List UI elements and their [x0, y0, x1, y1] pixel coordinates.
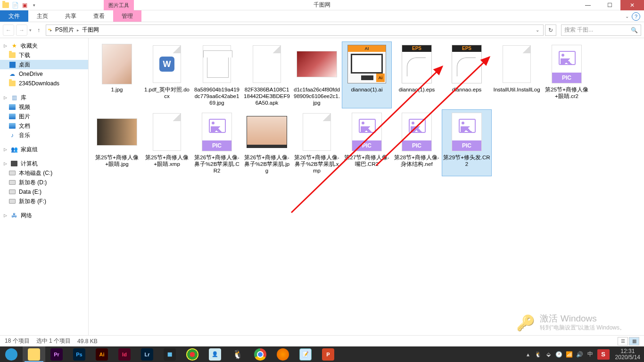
sidebar-item-disk-f[interactable]: 新加卷 (F:) — [0, 197, 88, 206]
ribbon-expand-icon[interactable]: ⌄ — [625, 14, 629, 19]
file-item[interactable]: EPSdiannao(1).eps — [392, 42, 441, 108]
taskbar-app-explorer[interactable] — [23, 346, 45, 362]
taskbar-app-lightroom[interactable]: Lr — [136, 346, 158, 362]
close-button[interactable]: ✕ — [620, 0, 644, 10]
taskbar-app-powerpoint[interactable]: P — [317, 346, 339, 362]
file-item[interactable]: 第26节+商修人像-鼻子%2B苹果肌.jpg — [242, 110, 291, 176]
tab-share[interactable]: 共享 — [57, 10, 85, 22]
file-item[interactable]: PIC第25节+商修人像+眼睛.cr2 — [542, 42, 591, 108]
tray-network-icon[interactable]: 📶 — [564, 351, 575, 358]
file-grid[interactable]: 1.jpgW1.pdf_英中对照.docx8a589604b19a419dc77… — [89, 38, 644, 335]
qat-dropdown-icon[interactable]: ▾ — [30, 1, 38, 9]
file-item[interactable]: 第25节+商修人像+眼睛.jpg — [92, 110, 141, 176]
sidebar-item-disk-e[interactable]: Data (E:) — [0, 187, 88, 197]
file-item[interactable]: 8a589604b19a419dc779aa6c42abe169.jpg — [192, 42, 241, 108]
maximize-button[interactable]: ☐ — [599, 0, 620, 10]
taskbar-app-indesign[interactable]: Id — [113, 346, 136, 362]
file-item[interactable]: AIAidiannao(1).ai — [342, 42, 391, 108]
tray-volume-icon[interactable]: 🔊 — [575, 351, 585, 358]
sidebar-item-documents[interactable]: 文档 — [0, 121, 88, 131]
tray-shield-icon[interactable]: ⬙ — [544, 351, 554, 358]
sidebar-homegroup[interactable]: ▷👥家庭组 — [0, 145, 88, 154]
sidebar-item-disk-d[interactable]: 新加卷 (D:) — [0, 178, 88, 187]
file-tab[interactable]: 文件 — [0, 10, 28, 22]
search-input[interactable]: 搜索 千图... 🔍 — [561, 25, 641, 36]
taskbar-app-premiere[interactable]: Pr — [45, 346, 68, 362]
file-item[interactable]: PIC第26节+商修人像-鼻子%2B苹果肌.CR2 — [192, 110, 241, 176]
taskbar-app-editor[interactable]: ▦ — [158, 346, 181, 362]
sidebar-item-pictures[interactable]: 图片 — [0, 112, 88, 121]
file-item[interactable]: W1.pdf_英中对照.docx — [142, 42, 191, 108]
file-thumbnail: W — [147, 44, 187, 84]
sidebar-item-desktop[interactable]: 桌面 — [0, 60, 88, 69]
taskbar-app-qq[interactable]: 🐧 — [226, 346, 249, 362]
taskbar-app-firefox[interactable] — [272, 346, 294, 362]
sidebar-item-onedrive[interactable]: ☁OneDrive — [0, 69, 88, 79]
tab-view[interactable]: 查看 — [85, 10, 113, 22]
history-dropdown-icon[interactable]: ▾ — [29, 28, 32, 33]
sidebar-item-videos[interactable]: 视频 — [0, 102, 88, 112]
file-name: 1.pdf_英中对照.docx — [143, 86, 190, 99]
new-file-icon[interactable]: 📄 — [11, 1, 19, 9]
details-view-button[interactable]: ☰ — [618, 337, 628, 346]
file-thumbnail — [297, 44, 337, 84]
tray-qq-icon[interactable]: 🐧 — [533, 351, 544, 358]
file-item[interactable]: 第25节+商修人像+眼睛.xmp — [142, 110, 191, 176]
status-bar: 18 个项目 选中 1 个项目 49.8 KB ☰ ▦ — [0, 335, 644, 346]
back-button[interactable]: ← — [3, 25, 14, 36]
file-item[interactable]: EPSdiannao.eps — [442, 42, 491, 108]
file-item[interactable]: PIC第27节+商修人像-嘴巴.CR2 — [342, 110, 391, 176]
breadcrumb-item[interactable]: PS照片 — [54, 26, 75, 34]
tab-home[interactable]: 主页 — [28, 10, 57, 22]
tray-clock-icon[interactable]: 🕐 — [554, 351, 564, 358]
sidebar-favorites[interactable]: ▷★收藏夹 — [0, 41, 88, 50]
address-dropdown-icon[interactable]: ⌄ — [534, 27, 541, 33]
sidebar-item-downloads[interactable]: 下载 — [0, 50, 88, 60]
search-placeholder: 搜索 千图... — [564, 26, 593, 34]
breadcrumb-item[interactable]: 千图网 — [81, 26, 100, 34]
refresh-button[interactable]: ↻ — [545, 25, 556, 36]
tab-manage[interactable]: 管理 — [113, 10, 141, 22]
icons-view-button[interactable]: ▦ — [629, 337, 639, 346]
file-item[interactable]: 82F3386BA108C118442D4E3BDEF96A50.apk — [242, 42, 291, 108]
file-thumbnail: EPS — [396, 44, 437, 84]
sidebar-item-disk-c[interactable]: 本地磁盘 (C:) — [0, 168, 88, 178]
sidebar-network[interactable]: ▷🖧网络 — [0, 211, 88, 220]
folder-icon[interactable] — [2, 1, 9, 9]
taskbar-app-notepad[interactable]: 📝 — [294, 346, 317, 362]
properties-icon[interactable]: ▣ — [21, 1, 28, 9]
forward-button[interactable]: → — [16, 25, 27, 36]
file-name: 第25节+商修人像+眼睛.jpg — [93, 154, 140, 167]
taskbar-app-photoshop[interactable]: Ps — [68, 346, 91, 362]
minimize-button[interactable]: — — [577, 0, 599, 10]
file-name: 第28节+商修人像-身体结构.nef — [393, 154, 440, 167]
file-thumbnail — [97, 44, 137, 84]
help-button[interactable]: ? — [632, 12, 640, 21]
taskbar-app-ball[interactable] — [181, 346, 204, 362]
taskbar-app-illustrator[interactable]: Ai — [91, 346, 113, 362]
file-item[interactable]: d1c1faa26c4f80fdd98909c6106ee2c1.jpg — [292, 42, 341, 108]
address-bar[interactable]: ▸ PS照片 ▸ 千图网 ⌄ — [46, 25, 544, 36]
file-item[interactable]: 1.jpg — [92, 42, 141, 108]
file-item[interactable]: InstallUtil.InstallLog — [492, 42, 541, 108]
up-button[interactable]: ↑ — [33, 25, 44, 35]
tray-sogou-icon[interactable]: S — [597, 349, 610, 360]
file-name: 第26节+商修人像-鼻子%2B苹果肌.xmp — [293, 154, 340, 174]
taskbar-app-chat[interactable]: 👤 — [204, 346, 226, 362]
file-item[interactable]: PIC第28节+商修人像-身体结构.nef — [392, 110, 441, 176]
file-name: 第29节+修头发.CR2 — [443, 154, 490, 167]
file-name: 第26节+商修人像-鼻子%2B苹果肌.jpg — [243, 154, 290, 174]
tray-clock[interactable]: 12:312020/5/14 — [611, 348, 644, 361]
file-item[interactable]: 第26节+商修人像-鼻子%2B苹果肌.xmp — [292, 110, 341, 176]
sidebar-computer[interactable]: ▷计算机 — [0, 159, 88, 168]
file-item[interactable]: PIC第29节+修头发.CR2 — [442, 110, 491, 176]
sidebar-item-2345downloads[interactable]: 2345Downloads — [0, 79, 88, 88]
file-thumbnail — [496, 44, 537, 84]
taskbar-app-browser[interactable] — [0, 346, 23, 362]
sidebar-libraries[interactable]: ▷▥库 — [0, 93, 88, 102]
tray-ime-icon[interactable]: 中 — [585, 350, 595, 358]
taskbar-app-chrome[interactable] — [249, 346, 272, 362]
sidebar-item-music[interactable]: ♪音乐 — [0, 131, 88, 140]
ribbon: 文件 主页 共享 查看 管理 ⌄ ? — [0, 10, 644, 22]
tray-up-icon[interactable]: ▴ — [523, 351, 533, 358]
